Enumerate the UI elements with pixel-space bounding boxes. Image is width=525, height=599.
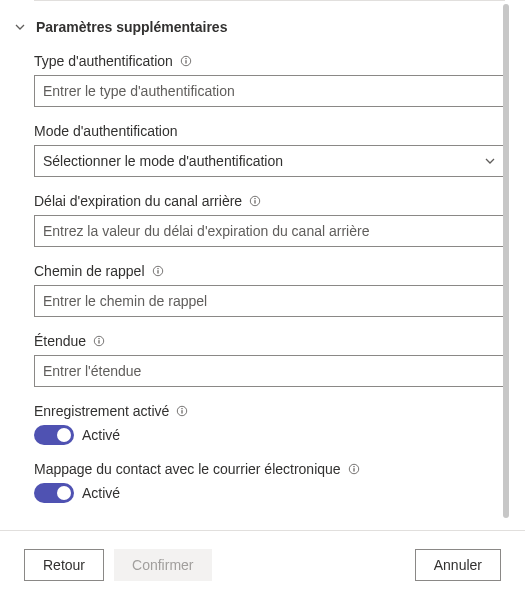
field-auth-type: Type d'authentification <box>34 53 505 107</box>
callback-path-label: Chemin de rappel <box>34 263 145 279</box>
backchannel-timeout-input[interactable] <box>34 215 505 247</box>
info-icon[interactable] <box>179 54 193 68</box>
scope-label: Étendue <box>34 333 86 349</box>
chevron-down-icon <box>14 21 26 33</box>
settings-panel-body: Paramètres supplémentaires Type d'authen… <box>0 0 525 530</box>
info-icon[interactable] <box>175 404 189 418</box>
toggle-thumb <box>57 428 71 442</box>
svg-rect-5 <box>255 198 256 199</box>
info-icon[interactable] <box>92 334 106 348</box>
svg-rect-10 <box>99 340 100 343</box>
svg-rect-4 <box>255 200 256 203</box>
field-registration-enabled: Enregistrement activé Activé <box>34 403 505 445</box>
back-button[interactable]: Retour <box>24 549 104 581</box>
field-backchannel-timeout: Délai d'expiration du canal arrière <box>34 193 505 247</box>
registration-enabled-state: Activé <box>82 427 120 443</box>
svg-rect-2 <box>185 58 186 59</box>
contact-email-mapping-toggle[interactable] <box>34 483 74 503</box>
contact-email-mapping-state: Activé <box>82 485 120 501</box>
registration-enabled-label: Enregistrement activé <box>34 403 169 419</box>
field-scope: Étendue <box>34 333 505 387</box>
info-icon[interactable] <box>151 264 165 278</box>
callback-path-input[interactable] <box>34 285 505 317</box>
top-divider <box>34 0 505 1</box>
field-contact-email-mapping: Mappage du contact avec le courrier élec… <box>34 461 505 503</box>
svg-rect-7 <box>157 270 158 273</box>
section-header[interactable]: Paramètres supplémentaires <box>14 19 505 35</box>
auth-mode-label: Mode d'authentification <box>34 123 178 139</box>
info-icon[interactable] <box>248 194 262 208</box>
backchannel-timeout-label: Délai d'expiration du canal arrière <box>34 193 242 209</box>
svg-rect-13 <box>182 410 183 413</box>
cancel-button[interactable]: Annuler <box>415 549 501 581</box>
auth-type-input[interactable] <box>34 75 505 107</box>
svg-rect-11 <box>99 338 100 339</box>
scope-input[interactable] <box>34 355 505 387</box>
field-callback-path: Chemin de rappel <box>34 263 505 317</box>
info-icon[interactable] <box>347 462 361 476</box>
svg-rect-16 <box>353 468 354 471</box>
auth-type-label: Type d'authentification <box>34 53 173 69</box>
auth-mode-select[interactable]: Sélectionner le mode d'authentification <box>34 145 505 177</box>
registration-enabled-toggle[interactable] <box>34 425 74 445</box>
panel-footer: Retour Confirmer Annuler <box>0 530 525 599</box>
svg-rect-14 <box>182 408 183 409</box>
svg-rect-17 <box>353 466 354 467</box>
field-auth-mode: Mode d'authentification Sélectionner le … <box>34 123 505 177</box>
svg-rect-8 <box>157 268 158 269</box>
toggle-thumb <box>57 486 71 500</box>
confirm-button[interactable]: Confirmer <box>114 549 211 581</box>
contact-email-mapping-label: Mappage du contact avec le courrier élec… <box>34 461 341 477</box>
section-title: Paramètres supplémentaires <box>36 19 227 35</box>
svg-rect-1 <box>185 60 186 63</box>
auth-mode-selected: Sélectionner le mode d'authentification <box>43 153 283 169</box>
chevron-down-icon <box>484 155 496 167</box>
